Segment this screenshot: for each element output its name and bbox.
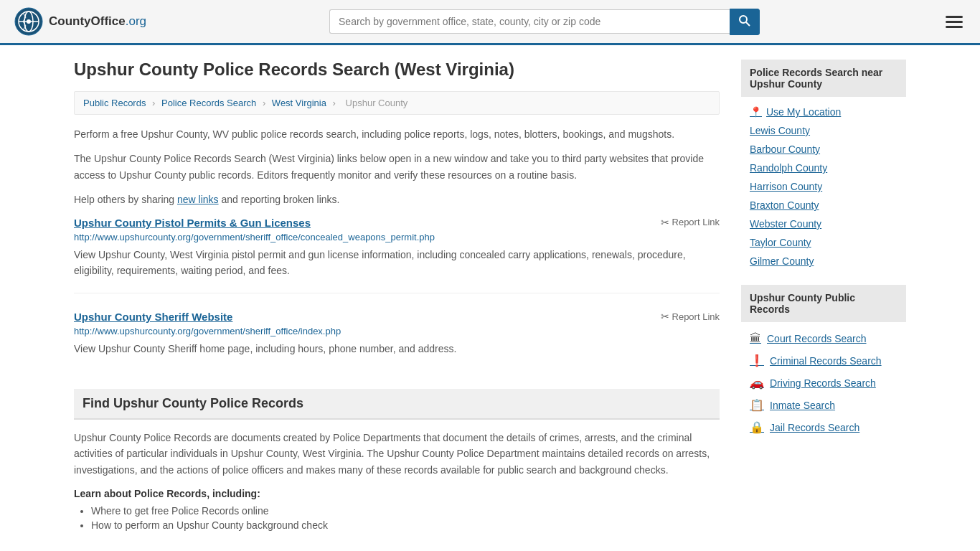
sidebar-public-records-heading: Upshur County Public Records — [741, 285, 906, 322]
sidebar-county-taylor[interactable]: Taylor County — [741, 233, 906, 252]
inmate-search-icon: 📋 — [750, 398, 764, 412]
result-url-2[interactable]: http://www.upshurcounty.org/government/s… — [74, 326, 720, 336]
result-title-2[interactable]: Upshur County Sheriff Website — [74, 311, 232, 323]
description-1: Perform a free Upshur County, WV public … — [74, 126, 720, 142]
sidebar-county-randolph[interactable]: Randolph County — [741, 159, 906, 177]
breadcrumb-public-records[interactable]: Public Records — [83, 98, 146, 108]
description-3: Help others by sharing new links and rep… — [74, 192, 720, 207]
find-section-desc: Upshur County Police Records are documen… — [74, 430, 720, 478]
report-link-2[interactable]: ✂ Report Link — [661, 311, 720, 322]
sidebar-court-records[interactable]: 🏛 Court Records Search — [741, 328, 906, 349]
result-url-1[interactable]: http://www.upshurcounty.org/government/s… — [74, 232, 720, 242]
learn-list: Where to get free Police Records online … — [74, 505, 720, 531]
svg-line-6 — [746, 22, 750, 26]
breadcrumb-west-virginia[interactable]: West Virginia — [272, 98, 326, 108]
sidebar-county-braxton[interactable]: Braxton County — [741, 196, 906, 215]
description-2: The Upshur County Police Records Search … — [74, 151, 720, 183]
svg-point-5 — [740, 16, 747, 23]
location-icon: 📍 — [750, 106, 762, 118]
logo[interactable]: CountyOffice.org — [14, 7, 146, 36]
breadcrumb: Public Records › Police Records Search ›… — [74, 91, 720, 115]
sidebar-nearby-heading: Police Records Search near Upshur County — [741, 60, 906, 97]
find-section: Find Upshur County Police Records Upshur… — [74, 389, 720, 531]
search-input[interactable] — [329, 9, 730, 34]
result-item: Upshur County Sheriff Website ✂ Report L… — [74, 311, 720, 371]
use-my-location-link[interactable]: 📍 Use My Location — [741, 103, 906, 121]
search-icon — [739, 15, 750, 27]
new-links-link[interactable]: new links — [177, 194, 219, 205]
learn-item-1: Where to get free Police Records online — [91, 505, 720, 517]
sidebar-county-lewis[interactable]: Lewis County — [741, 121, 906, 140]
sidebar-public-records-section: Upshur County Public Records 🏛 Court Rec… — [741, 285, 906, 438]
sidebar-criminal-records[interactable]: ❗ Criminal Records Search — [741, 349, 906, 372]
result-desc-1: View Upshur County, West Virginia pistol… — [74, 247, 720, 279]
result-title-1[interactable]: Upshur County Pistol Permits & Gun Licen… — [74, 217, 311, 229]
sidebar-driving-records[interactable]: 🚗 Driving Records Search — [741, 372, 906, 394]
breadcrumb-police-records-search[interactable]: Police Records Search — [161, 98, 256, 108]
learn-item-2: How to perform an Upshur County backgrou… — [91, 519, 720, 531]
svg-point-4 — [27, 19, 31, 24]
page-title: Upshur County Police Records Search (Wes… — [74, 60, 720, 80]
results-list: Upshur County Pistol Permits & Gun Licen… — [74, 217, 720, 372]
sidebar-county-webster[interactable]: Webster County — [741, 215, 906, 233]
menu-button[interactable] — [943, 13, 966, 31]
breadcrumb-upshur-county: Upshur County — [346, 98, 408, 108]
sidebar-county-barbour[interactable]: Barbour County — [741, 140, 906, 159]
report-icon-1: ✂ — [661, 217, 669, 228]
report-icon-2: ✂ — [661, 311, 669, 322]
sidebar: Police Records Search near Upshur County… — [741, 60, 906, 534]
result-desc-2: View Upshur County Sheriff home page, in… — [74, 341, 720, 357]
menu-line-3 — [946, 26, 963, 28]
criminal-records-icon: ❗ — [750, 354, 764, 367]
sidebar-nearby-section: Police Records Search near Upshur County… — [741, 60, 906, 270]
result-item: Upshur County Pistol Permits & Gun Licen… — [74, 217, 720, 294]
menu-line-1 — [946, 16, 963, 18]
logo-icon — [14, 7, 43, 36]
logo-text: CountyOffice.org — [49, 14, 146, 29]
court-records-icon: 🏛 — [750, 332, 761, 345]
report-link-1[interactable]: ✂ Report Link — [661, 217, 720, 228]
search-button[interactable] — [730, 9, 760, 35]
learn-title: Learn about Police Records, including: — [74, 488, 720, 499]
find-section-title: Find Upshur County Police Records — [74, 389, 720, 420]
sidebar-county-gilmer[interactable]: Gilmer County — [741, 252, 906, 270]
sidebar-jail-records[interactable]: 🔒 Jail Records Search — [741, 416, 906, 438]
jail-records-icon: 🔒 — [750, 420, 764, 434]
menu-line-2 — [946, 21, 963, 23]
sidebar-county-harrison[interactable]: Harrison County — [741, 177, 906, 196]
sidebar-inmate-search[interactable]: 📋 Inmate Search — [741, 394, 906, 416]
driving-records-icon: 🚗 — [750, 376, 764, 390]
